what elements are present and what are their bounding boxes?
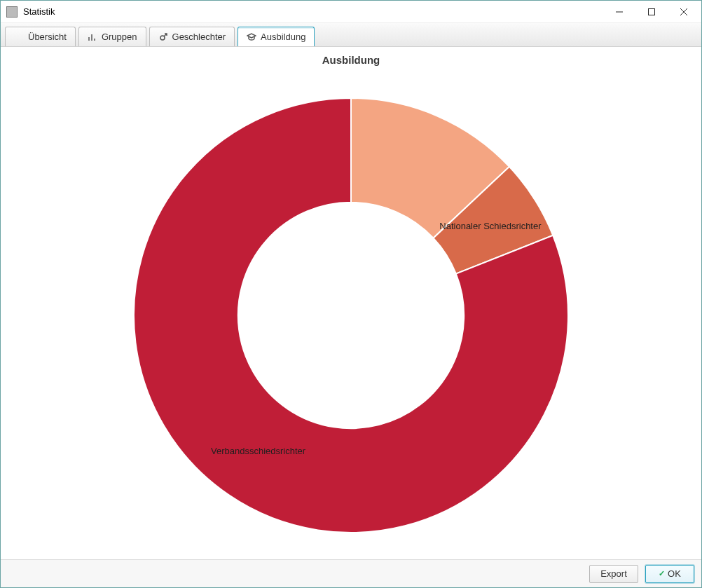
chart-wrap: Nationaler SchiedsrichterVerbandsschieds… <box>1 71 701 559</box>
tab-overview[interactable]: Übersicht <box>5 27 76 46</box>
titlebar: Statistik <box>1 1 701 23</box>
tab-groups[interactable]: Gruppen <box>78 27 146 46</box>
donut-chart: Nationaler SchiedsrichterVerbandsschieds… <box>106 70 596 561</box>
maximize-button[interactable] <box>635 1 668 22</box>
gender-icon <box>158 32 168 42</box>
app-window: Statistik Übersicht Gruppen Geschlechter… <box>0 0 702 588</box>
minimize-button[interactable] <box>603 1 635 22</box>
tab-label: Geschlechter <box>172 32 226 42</box>
close-button[interactable] <box>668 1 700 22</box>
slice-label: Nationaler Schiedsrichter <box>439 221 542 231</box>
chart-title: Ausbildung <box>1 54 701 66</box>
ok-button[interactable]: ✓ OK <box>645 565 694 583</box>
chart-area: Ausbildung Nationaler SchiedsrichterVerb… <box>1 47 701 559</box>
svg-rect-1 <box>649 8 655 15</box>
check-icon: ✓ <box>659 569 665 578</box>
tab-label: Übersicht <box>28 32 67 42</box>
tab-label: Ausbildung <box>261 32 305 42</box>
window-title: Statistik <box>23 6 603 17</box>
button-label: OK <box>668 568 681 579</box>
button-label: Export <box>600 568 627 579</box>
graduation-cap-icon <box>247 32 256 42</box>
tab-education[interactable]: Ausbildung <box>238 27 315 46</box>
tab-label: Gruppen <box>102 32 137 42</box>
slice-label: Verbandsschiedsrichter <box>211 446 306 456</box>
overview-icon <box>14 32 24 42</box>
footer: Export ✓ OK <box>1 559 701 587</box>
window-controls <box>603 1 700 22</box>
app-icon <box>6 6 18 18</box>
tab-genders[interactable]: Geschlechter <box>149 27 235 46</box>
bar-chart-icon <box>88 32 97 42</box>
export-button[interactable]: Export <box>589 565 638 583</box>
tab-bar: Übersicht Gruppen Geschlechter Ausbildun… <box>1 23 701 47</box>
